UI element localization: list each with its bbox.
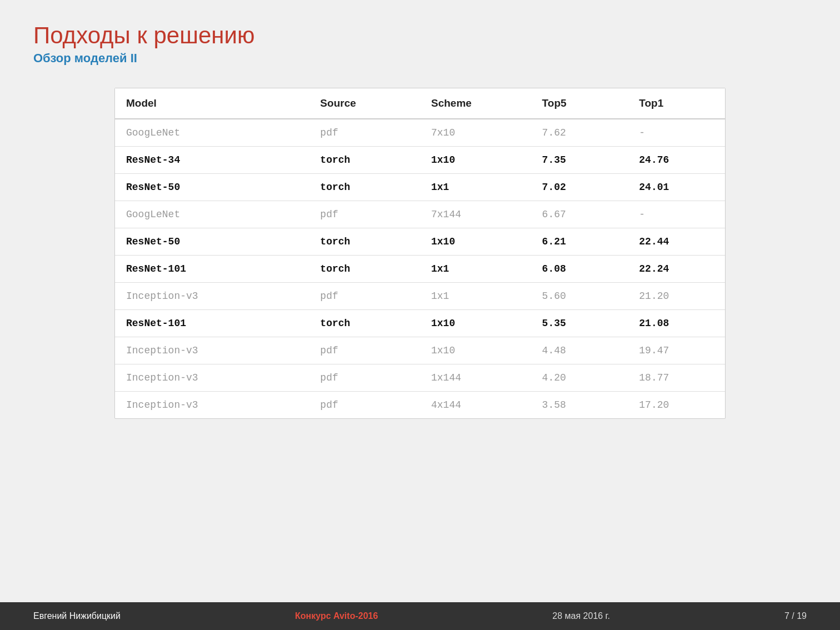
- cell-top5: 5.60: [531, 283, 628, 310]
- cell-model: ResNet-101: [115, 256, 309, 283]
- cell-top1: 19.47: [628, 337, 725, 364]
- table-row: Inception-v3pdf1x15.6021.20: [115, 283, 725, 310]
- cell-scheme: 1x10: [420, 228, 531, 256]
- cell-scheme: 7x10: [420, 119, 531, 147]
- cell-model: ResNet-50: [115, 228, 309, 256]
- cell-source: torch: [309, 174, 420, 201]
- table-row: Inception-v3pdf1x104.4819.47: [115, 337, 725, 364]
- cell-scheme: 1x10: [420, 147, 531, 174]
- cell-top5: 4.20: [531, 364, 628, 392]
- cell-scheme: 1x1: [420, 174, 531, 201]
- cell-scheme: 1x10: [420, 337, 531, 364]
- cell-top1: 18.77: [628, 364, 725, 392]
- models-table-container: Model Source Scheme Top5 Top1 GoogLeNetp…: [114, 88, 726, 419]
- cell-top5: 4.48: [531, 337, 628, 364]
- table-row: ResNet-101torch1x105.3521.08: [115, 310, 725, 337]
- cell-scheme: 1x144: [420, 364, 531, 392]
- col-header-source: Source: [309, 88, 420, 119]
- cell-scheme: 1x10: [420, 310, 531, 337]
- cell-top1: -: [628, 201, 725, 228]
- footer-page: 7 / 19: [784, 611, 807, 621]
- cell-top5: 5.35: [531, 310, 628, 337]
- cell-scheme: 1x1: [420, 256, 531, 283]
- cell-model: Inception-v3: [115, 283, 309, 310]
- footer-date: 28 мая 2016 г.: [552, 611, 610, 621]
- table-row: Inception-v3pdf4x1443.5817.20: [115, 392, 725, 419]
- main-content: Подходы к решению Обзор моделей II Model…: [0, 0, 840, 602]
- page-subtitle: Обзор моделей II: [33, 51, 807, 66]
- models-table: Model Source Scheme Top5 Top1 GoogLeNetp…: [115, 88, 725, 418]
- cell-scheme: 7x144: [420, 201, 531, 228]
- cell-top1: 21.20: [628, 283, 725, 310]
- cell-model: Inception-v3: [115, 337, 309, 364]
- cell-source: torch: [309, 228, 420, 256]
- cell-top5: 7.35: [531, 147, 628, 174]
- cell-scheme: 1x1: [420, 283, 531, 310]
- cell-top5: 6.67: [531, 201, 628, 228]
- cell-model: GoogLeNet: [115, 119, 309, 147]
- col-header-scheme: Scheme: [420, 88, 531, 119]
- cell-top1: 22.24: [628, 256, 725, 283]
- cell-model: Inception-v3: [115, 392, 309, 419]
- col-header-top1: Top1: [628, 88, 725, 119]
- footer-author: Евгений Нижибицкий: [33, 611, 121, 621]
- cell-source: pdf: [309, 392, 420, 419]
- cell-source: pdf: [309, 119, 420, 147]
- footer: Евгений Нижибицкий Конкурс Avito-2016 28…: [0, 602, 840, 630]
- cell-top1: -: [628, 119, 725, 147]
- table-row: GoogLeNetpdf7x1446.67-: [115, 201, 725, 228]
- table-row: ResNet-50torch1x106.2122.44: [115, 228, 725, 256]
- cell-model: Inception-v3: [115, 364, 309, 392]
- cell-top1: 24.76: [628, 147, 725, 174]
- table-header-row: Model Source Scheme Top5 Top1: [115, 88, 725, 119]
- cell-top5: 7.02: [531, 174, 628, 201]
- cell-source: pdf: [309, 201, 420, 228]
- cell-source: torch: [309, 147, 420, 174]
- table-row: Inception-v3pdf1x1444.2018.77: [115, 364, 725, 392]
- cell-top1: 21.08: [628, 310, 725, 337]
- cell-top1: 22.44: [628, 228, 725, 256]
- cell-model: GoogLeNet: [115, 201, 309, 228]
- col-header-model: Model: [115, 88, 309, 119]
- cell-scheme: 4x144: [420, 392, 531, 419]
- cell-model: ResNet-50: [115, 174, 309, 201]
- cell-top5: 6.08: [531, 256, 628, 283]
- cell-source: pdf: [309, 337, 420, 364]
- page-title: Подходы к решению: [33, 22, 807, 49]
- table-row: ResNet-50torch1x17.0224.01: [115, 174, 725, 201]
- footer-contest: Конкурс Avito-2016: [295, 611, 378, 621]
- col-header-top5: Top5: [531, 88, 628, 119]
- cell-model: ResNet-101: [115, 310, 309, 337]
- table-row: ResNet-101torch1x16.0822.24: [115, 256, 725, 283]
- cell-top5: 3.58: [531, 392, 628, 419]
- cell-top1: 24.01: [628, 174, 725, 201]
- cell-source: pdf: [309, 364, 420, 392]
- cell-top5: 7.62: [531, 119, 628, 147]
- table-row: ResNet-34torch1x107.3524.76: [115, 147, 725, 174]
- cell-source: pdf: [309, 283, 420, 310]
- cell-source: torch: [309, 310, 420, 337]
- cell-source: torch: [309, 256, 420, 283]
- table-row: GoogLeNetpdf7x107.62-: [115, 119, 725, 147]
- cell-model: ResNet-34: [115, 147, 309, 174]
- cell-top5: 6.21: [531, 228, 628, 256]
- cell-top1: 17.20: [628, 392, 725, 419]
